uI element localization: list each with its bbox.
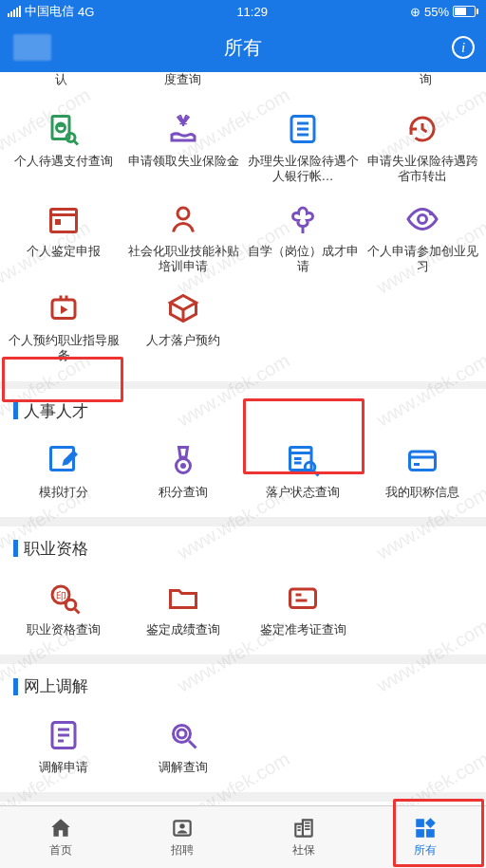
yen-hand-icon: ¥ xyxy=(164,110,202,148)
carrier: 中国电信 xyxy=(25,3,74,20)
status-bar: 中国电信 4G 11:29 ⊕ 55% xyxy=(0,0,486,23)
grid-item-label: 办理失业保险待遇个人银行帐… xyxy=(245,154,361,185)
tab-all[interactable]: 所有 xyxy=(364,806,486,868)
grid-item-label: 个人待遇支付查询 xyxy=(14,154,113,169)
grid-item[interactable]: 我的职称信息 xyxy=(363,434,482,508)
page-title: 所有 xyxy=(224,35,262,61)
info-button[interactable]: i xyxy=(452,36,475,59)
title-bar-icon xyxy=(13,402,18,419)
svg-line-3 xyxy=(74,140,79,145)
grid-item[interactable]: 自学（岗位）成才申请 xyxy=(243,193,363,283)
grid-item[interactable]: 落户状态查询 xyxy=(243,434,363,508)
svg-point-25 xyxy=(180,463,186,469)
battery-percent: 55% xyxy=(424,5,449,19)
grid-item[interactable]: 办理失业保险待遇个人银行帐… xyxy=(243,102,363,193)
card-icon xyxy=(403,441,441,479)
grid-item[interactable]: ¥申请领取失业保险金 xyxy=(123,102,243,193)
clock-back-icon xyxy=(403,110,441,148)
svg-line-48 xyxy=(189,741,196,748)
section-tiaojie: 网上调解 调解申请调解查询 xyxy=(0,664,486,792)
tab-shebao[interactable]: 社保 xyxy=(243,806,364,868)
section-title-text: 网上调解 xyxy=(24,675,88,697)
svg-marker-19 xyxy=(61,305,68,314)
apps-icon xyxy=(413,816,438,840)
card2-icon xyxy=(284,579,322,617)
person-icon xyxy=(164,200,202,238)
eye-icon xyxy=(403,200,441,238)
grid-item-label: 鉴定准考证查询 xyxy=(260,622,346,637)
svg-rect-11 xyxy=(55,219,61,225)
svg-point-15 xyxy=(429,211,434,215)
section-title: 网上调解 xyxy=(0,664,486,709)
grid-item[interactable]: 鉴定成绩查询 xyxy=(123,571,243,645)
grid-item-label: 申请失业保险待遇跨省市转出 xyxy=(364,154,480,185)
grid-item-label: 个人申请参加创业见习 xyxy=(364,244,480,275)
tab-label: 首页 xyxy=(49,842,72,859)
grid-item[interactable]: 人才落户预约 xyxy=(123,282,243,372)
svg-point-37 xyxy=(65,600,76,610)
section-title: 人事人才 xyxy=(0,389,486,434)
grid-item[interactable]: 鉴定准考证查询 xyxy=(243,571,363,645)
edit-icon xyxy=(45,441,83,479)
svg-point-14 xyxy=(419,214,427,223)
grid-item[interactable]: 申请失业保险待遇跨省市转出 xyxy=(363,102,482,193)
tab-home[interactable]: 首页 xyxy=(0,806,122,868)
id-icon xyxy=(170,816,195,840)
flower-icon xyxy=(284,200,322,238)
alarm-icon: ⊕ xyxy=(410,5,421,19)
partial-label: 询 xyxy=(420,72,432,87)
list-icon xyxy=(284,110,322,148)
grid-item[interactable]: 印职业资格查询 xyxy=(4,571,123,645)
signal-icon xyxy=(8,6,21,17)
title-bar-icon xyxy=(13,540,18,557)
grid-item-label: 积分查询 xyxy=(159,485,208,500)
play-icon xyxy=(45,289,83,327)
grid-item-label: 落户状态查询 xyxy=(266,485,340,500)
section-zhiye: 职业资格 印职业资格查询鉴定成绩查询鉴定准考证查询 xyxy=(0,526,486,655)
avatar[interactable] xyxy=(13,34,51,61)
grid-item-label: 职业资格查询 xyxy=(27,622,101,637)
grid-item-label: 人才落户预约 xyxy=(146,333,220,348)
tab-bar: 首页 招聘 社保 所有 xyxy=(0,805,486,868)
grid-item[interactable]: 调解查询 xyxy=(123,709,243,783)
grid-item-label: 调解申请 xyxy=(39,760,88,775)
app-header: 所有 i xyxy=(0,23,486,72)
grid-item-label: 申请领取失业保险金 xyxy=(128,154,239,169)
grid-item[interactable]: 社会化职业技能补贴培训申请 xyxy=(123,193,243,283)
grid-item[interactable]: 个人鉴定申报 xyxy=(4,193,123,283)
svg-line-38 xyxy=(75,609,80,614)
svg-rect-39 xyxy=(290,589,316,608)
folder-icon xyxy=(164,579,202,617)
list2-icon xyxy=(45,716,83,754)
grid-item[interactable]: 个人待遇支付查询 xyxy=(4,102,123,193)
grid-item-label: 自学（岗位）成才申请 xyxy=(245,244,361,275)
svg-marker-23 xyxy=(179,447,188,457)
section-services: 个人待遇支付查询¥申请领取失业保险金办理失业保险待遇个人银行帐…申请失业保险待遇… xyxy=(0,102,486,381)
section-title: 职业资格 xyxy=(0,526,486,571)
grid-item-label: 鉴定成绩查询 xyxy=(146,622,220,637)
svg-rect-9 xyxy=(51,209,77,231)
doc-search-icon xyxy=(45,110,83,148)
svg-point-46 xyxy=(174,726,191,743)
svg-text:印: 印 xyxy=(56,589,66,600)
home-icon xyxy=(48,816,73,840)
svg-point-12 xyxy=(178,208,189,219)
svg-line-31 xyxy=(314,471,319,476)
tab-zhaopin[interactable]: 招聘 xyxy=(122,806,243,868)
svg-point-52 xyxy=(179,823,184,828)
title-bar-icon xyxy=(13,678,18,695)
grid-item[interactable]: 个人申请参加创业见习 xyxy=(363,193,482,283)
grid-item[interactable]: 模拟打分 xyxy=(4,434,123,508)
grid-item[interactable]: 调解申请 xyxy=(4,709,123,783)
calendar-icon xyxy=(45,200,83,238)
svg-marker-20 xyxy=(171,296,196,310)
grid-item[interactable]: 个人预约职业指导服务 xyxy=(4,282,123,372)
magnify-icon xyxy=(164,716,202,754)
building-icon xyxy=(291,816,316,840)
medal-icon xyxy=(164,441,202,479)
grid-item[interactable]: 积分查询 xyxy=(123,434,243,508)
stamp-search-icon: 印 xyxy=(45,579,83,617)
svg-marker-56 xyxy=(425,818,436,828)
status-time: 11:29 xyxy=(236,5,268,19)
svg-rect-54 xyxy=(426,829,435,838)
